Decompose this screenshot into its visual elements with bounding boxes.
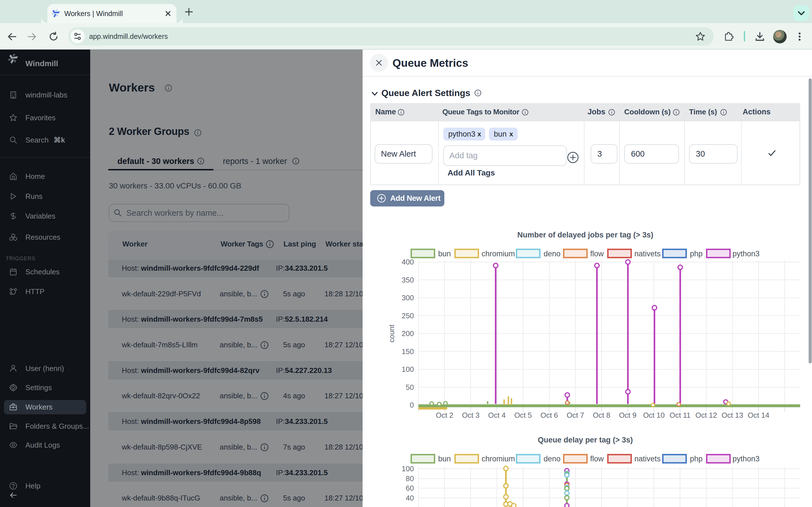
svg-text:php: php [690, 249, 703, 258]
svg-text:Oct 13: Oct 13 [721, 411, 743, 419]
svg-text:350: 350 [402, 276, 414, 284]
svg-text:Number of delayed jobs per tag: Number of delayed jobs per tag (> 3s) [517, 231, 653, 239]
svg-text:80: 80 [406, 474, 414, 483]
svg-text:python3: python3 [732, 455, 760, 463]
svg-text:150: 150 [402, 347, 414, 356]
svg-text:300: 300 [402, 293, 414, 302]
svg-text:nativets: nativets [635, 249, 661, 258]
svg-text:Oct 14: Oct 14 [748, 411, 769, 419]
svg-text:Oct 10: Oct 10 [643, 411, 665, 419]
svg-text:400: 400 [402, 258, 414, 266]
svg-text:Oct 11: Oct 11 [670, 411, 691, 419]
svg-text:Oct 7: Oct 7 [567, 411, 584, 419]
svg-text:deno: deno [544, 249, 560, 258]
svg-text:bun: bun [438, 249, 451, 258]
svg-text:python3: python3 [732, 249, 760, 258]
svg-text:bun: bun [438, 455, 451, 463]
svg-text:Oct 2: Oct 2 [436, 411, 453, 419]
svg-text:flow: flow [590, 249, 604, 258]
svg-text:flow: flow [590, 455, 604, 463]
svg-text:Oct 5: Oct 5 [514, 411, 532, 419]
svg-text:Oct 4: Oct 4 [488, 411, 506, 419]
svg-text:deno: deno [544, 455, 560, 463]
svg-text:Oct 6: Oct 6 [541, 411, 558, 419]
svg-text:250: 250 [402, 312, 414, 320]
svg-text:count: count [388, 324, 396, 342]
svg-text:50: 50 [406, 383, 414, 392]
svg-text:200: 200 [402, 329, 414, 338]
svg-text:100: 100 [402, 464, 414, 473]
svg-text:0: 0 [410, 401, 414, 409]
svg-text:chromium: chromium [481, 455, 515, 463]
svg-text:60: 60 [406, 484, 414, 492]
svg-text:chromium: chromium [481, 249, 515, 258]
svg-text:Oct 8: Oct 8 [593, 411, 610, 419]
svg-text:php: php [690, 455, 703, 463]
svg-text:nativets: nativets [635, 455, 661, 463]
svg-text:40: 40 [406, 494, 414, 502]
svg-text:Oct 9: Oct 9 [619, 411, 637, 419]
svg-text:Queue delay per tag (> 3s): Queue delay per tag (> 3s) [538, 436, 633, 444]
svg-text:100: 100 [402, 365, 414, 374]
svg-text:Oct 3: Oct 3 [462, 411, 479, 419]
svg-text:Oct 12: Oct 12 [696, 411, 717, 419]
